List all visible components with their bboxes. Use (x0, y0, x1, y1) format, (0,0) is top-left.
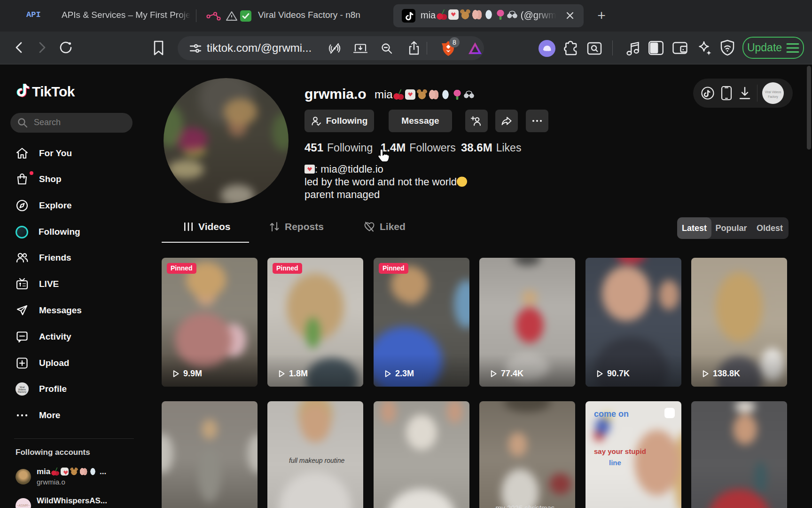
svg-text:TikTok: TikTok (32, 84, 75, 99)
